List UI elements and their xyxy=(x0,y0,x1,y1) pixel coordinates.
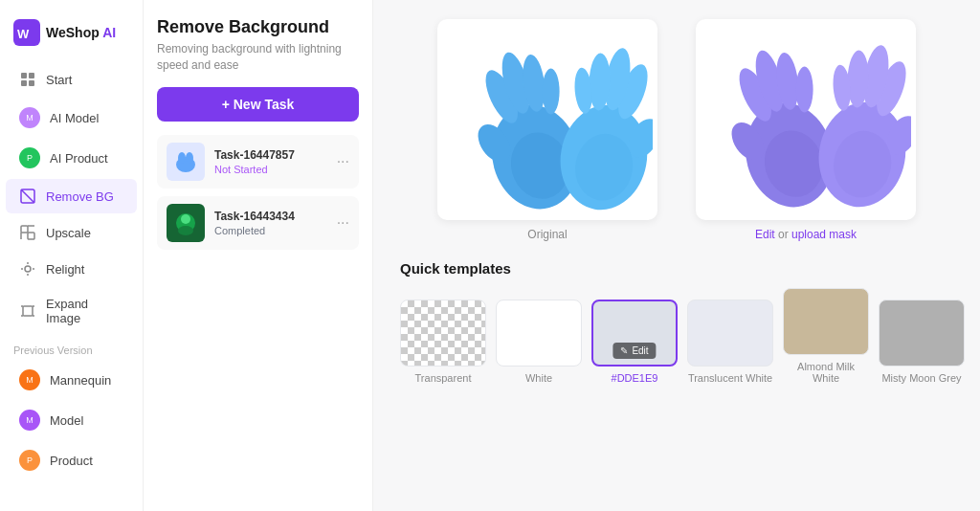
relight-icon xyxy=(19,260,36,278)
sidebar-item-expand-image[interactable]: Expand Image xyxy=(6,288,137,334)
edit-overlay-icon: ✎ xyxy=(620,345,628,356)
upload-mask-link[interactable]: upload mask xyxy=(791,228,857,241)
task-panel: Remove Background Removing background wi… xyxy=(144,0,373,511)
task-name-1: Task-16447857 xyxy=(214,148,327,162)
task-info-2: Task-16443434 Completed xyxy=(214,210,327,236)
sidebar-item-upscale[interactable]: Upscale xyxy=(6,215,137,250)
prev-model-icon: M xyxy=(19,410,40,431)
template-label-dde1e9: #DDE1E9 xyxy=(612,372,658,384)
task-name-2: Task-16443434 xyxy=(214,210,327,223)
original-gloves-image xyxy=(442,24,653,215)
svg-point-27 xyxy=(178,226,193,235)
upscale-icon xyxy=(19,224,36,241)
sidebar-item-ai-product[interactable]: P AI Product xyxy=(6,139,137,177)
sidebar-item-relight[interactable]: Relight xyxy=(6,252,137,286)
sidebar-item-model-label: Model xyxy=(50,413,83,428)
template-white[interactable]: White xyxy=(496,300,582,384)
main-area: Remove Background Removing background wi… xyxy=(144,0,980,511)
svg-point-33 xyxy=(543,69,560,115)
panel-subtitle: Removing background with lightning speed… xyxy=(157,41,359,74)
previous-version-label: Previous Version xyxy=(0,335,143,360)
template-transparent[interactable]: Transparent xyxy=(400,300,486,384)
logo-area: W WeShop AI xyxy=(0,11,143,61)
svg-rect-3 xyxy=(29,73,34,78)
template-almond[interactable]: Almond Milk White xyxy=(783,288,869,384)
template-thumb-white xyxy=(496,300,582,367)
expand-icon xyxy=(19,302,36,320)
template-label-translucent: Translucent White xyxy=(688,372,772,384)
task-thumb-1 xyxy=(167,143,205,181)
templates-section: Quick templates Transparent White ✎ xyxy=(400,260,953,384)
svg-line-7 xyxy=(21,189,34,203)
sidebar-item-remove-bg[interactable]: Remove BG xyxy=(6,179,137,213)
prev-product-icon: P xyxy=(19,450,40,471)
svg-rect-9 xyxy=(28,233,34,239)
task-info-1: Task-16447857 Not Started xyxy=(214,148,327,175)
task-more-2[interactable]: ··· xyxy=(337,214,349,232)
processed-image-box xyxy=(696,19,916,220)
quick-templates-title: Quick templates xyxy=(400,260,953,277)
template-dde1e9[interactable]: ✎ Edit #DDE1E9 xyxy=(591,300,678,384)
sidebar-item-ai-model[interactable]: M AI Model xyxy=(6,99,137,137)
sidebar-item-ai-product-label: AI Product xyxy=(50,151,108,166)
images-row: Original xyxy=(400,19,953,241)
task-status-1: Not Started xyxy=(214,164,327,175)
sidebar-item-relight-label: Relight xyxy=(46,262,84,277)
edit-overlay-label: Edit xyxy=(632,345,648,356)
task-item-2[interactable]: Task-16443434 Completed ··· xyxy=(157,196,359,250)
sidebar-item-product-label: Product xyxy=(50,454,93,468)
sidebar: W WeShop AI Start M AI Model P AI Produc… xyxy=(0,0,144,511)
svg-rect-17 xyxy=(23,306,33,316)
template-thumb-translucent xyxy=(687,300,773,367)
processed-gloves-image xyxy=(701,24,911,215)
sidebar-item-start-label: Start xyxy=(46,73,72,87)
logo-icon: W xyxy=(13,19,40,46)
edit-overlay: ✎ Edit xyxy=(612,343,656,359)
edit-upload-links: Edit or upload mask xyxy=(755,228,857,241)
task-status-2: Completed xyxy=(214,225,327,236)
original-label: Original xyxy=(527,228,567,241)
original-image-box xyxy=(437,19,657,220)
template-label-almond: Almond Milk White xyxy=(783,361,869,384)
edit-link[interactable]: Edit xyxy=(755,228,775,241)
processed-image-container: Edit or upload mask xyxy=(696,19,916,241)
sidebar-item-upscale-label: Upscale xyxy=(46,226,91,240)
svg-point-47 xyxy=(796,67,813,113)
template-label-misty: Misty Moon Grey xyxy=(881,372,961,384)
panel-title: Remove Background xyxy=(157,17,359,37)
task-item-1[interactable]: Task-16447857 Not Started ··· xyxy=(157,135,359,189)
sidebar-item-product[interactable]: P Product xyxy=(6,441,137,479)
templates-row: Transparent White ✎ Edit #DDE1E9 xyxy=(400,288,953,384)
template-thumb-almond xyxy=(783,288,869,355)
svg-point-12 xyxy=(25,266,31,272)
template-thumb-misty xyxy=(879,300,965,367)
template-thumb-dde1e9: ✎ Edit xyxy=(591,300,678,367)
model-icon: M xyxy=(19,107,40,128)
sidebar-item-mannequin[interactable]: M Mannequin xyxy=(6,361,137,399)
or-text: or xyxy=(778,228,791,241)
task-thumb-2 xyxy=(167,204,205,242)
template-misty[interactable]: Misty Moon Grey xyxy=(879,300,965,384)
sidebar-item-expand-image-label: Expand Image xyxy=(46,297,123,325)
original-image-container: Original xyxy=(437,19,657,241)
svg-point-24 xyxy=(186,152,193,164)
sidebar-item-model[interactable]: M Model xyxy=(6,401,137,439)
product-icon: P xyxy=(19,147,40,168)
grid-icon xyxy=(19,71,36,88)
app-name: WeShop AI xyxy=(46,25,116,40)
svg-text:W: W xyxy=(17,27,30,41)
svg-rect-2 xyxy=(21,73,27,78)
template-thumb-transparent xyxy=(400,300,486,367)
new-task-button[interactable]: + New Task xyxy=(157,87,359,122)
svg-point-23 xyxy=(178,152,186,164)
remove-bg-icon xyxy=(19,188,36,205)
task-more-1[interactable]: ··· xyxy=(337,153,349,170)
template-label-white: White xyxy=(525,372,552,384)
svg-point-26 xyxy=(181,214,190,224)
sidebar-item-start[interactable]: Start xyxy=(6,62,137,97)
svg-rect-8 xyxy=(21,226,28,233)
sidebar-item-remove-bg-label: Remove BG xyxy=(46,189,114,204)
sidebar-item-mannequin-label: Mannequin xyxy=(50,373,111,388)
template-label-transparent: Transparent xyxy=(415,372,472,384)
template-translucent[interactable]: Translucent White xyxy=(687,300,773,384)
